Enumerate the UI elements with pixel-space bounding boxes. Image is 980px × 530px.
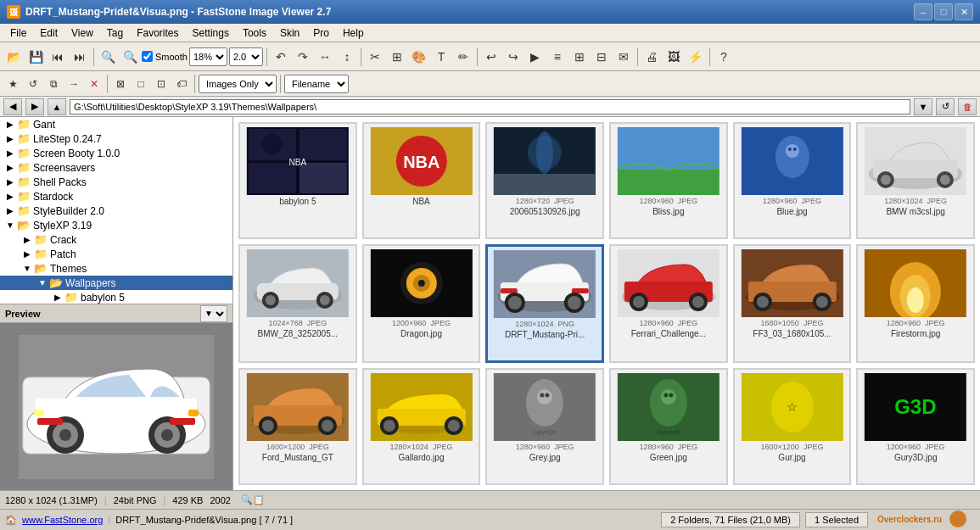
thumb-dragon[interactable]: 1200×960 JPEG Dragon.jpg <box>362 244 481 363</box>
addr-delete-button[interactable]: 🗑 <box>958 98 977 115</box>
expand-icon[interactable]: ▶ <box>51 293 64 302</box>
menu-view[interactable]: View <box>64 25 100 41</box>
close-button[interactable]: ✕ <box>955 3 973 20</box>
menu-settings[interactable]: Settings <box>186 25 236 41</box>
menu-pro[interactable]: Pro <box>306 25 336 41</box>
copy-button[interactable]: ⧉ <box>44 75 63 93</box>
open-button[interactable]: 📂 <box>3 47 24 67</box>
tree-item-stylexp[interactable]: ▼ 📂 StyleXP 3.19 <box>0 218 232 232</box>
thumb-green[interactable]: copyright 1280×960 JPEG Green.jpg <box>609 368 728 485</box>
address-input[interactable] <box>70 99 910 114</box>
minimize-button[interactable]: – <box>914 3 932 20</box>
preview-select[interactable]: ▼ <box>200 305 227 322</box>
grid-view-button[interactable]: ⊞ <box>569 47 590 67</box>
addr-back-button[interactable]: ◀ <box>3 98 22 115</box>
website-link[interactable]: www.FastStone.org <box>22 515 103 525</box>
thumb-bmwm3[interactable]: 1280×1024 JPEG BMW m3csl.jpg <box>856 122 975 239</box>
thumb-ferrari[interactable]: 1280×960 JPEG Ferrari_Challenge... <box>609 244 728 363</box>
help-button[interactable]: ? <box>714 47 734 67</box>
expand-icon[interactable]: ▶ <box>20 249 34 259</box>
text-button[interactable]: T <box>431 47 451 67</box>
next-button[interactable]: ⏭ <box>70 47 90 67</box>
menu-favorites[interactable]: Favorites <box>130 25 185 41</box>
tree-item-shellpacks[interactable]: ▶ 📁 Shell Packs <box>0 175 232 189</box>
batch-button[interactable]: ⚡ <box>686 47 706 67</box>
expand-icon[interactable]: ▶ <box>3 134 17 143</box>
tree-item-screensavers[interactable]: ▶ 📁 Screensavers <box>0 160 232 175</box>
flip-v-button[interactable]: ↕ <box>337 47 357 67</box>
wallpaper-button[interactable]: 🖼 <box>664 47 684 67</box>
flip-h-button[interactable]: ↔ <box>315 47 335 67</box>
zoom-out-button[interactable]: 🔍 <box>120 47 140 67</box>
tree-item-patch[interactable]: ▶ 📁 Patch <box>0 247 232 261</box>
expand-icon[interactable]: ▶ <box>3 163 17 172</box>
thumb-gury3d[interactable]: G3D 1200×960 JPEG Gury3D.jpg <box>856 368 975 485</box>
tree-item-stardock[interactable]: ▶ 📁 Stardock <box>0 189 232 204</box>
thumb-drft-mustang[interactable]: 1280×1024 PNG DRFT_Mustang-Pri... <box>485 244 604 363</box>
thumb-grey[interactable]: copyright 1280×960 JPEG Grey.jpg <box>485 368 604 485</box>
menu-file[interactable]: File <box>3 25 33 41</box>
print-button[interactable]: 🖨 <box>641 47 662 67</box>
menu-tools[interactable]: Tools <box>236 25 273 41</box>
sort-select[interactable]: Filename Date Size Type <box>284 75 349 93</box>
zoom-select[interactable]: 18% 25% 50% 100% <box>189 47 227 66</box>
expand-icon[interactable]: ▼ <box>36 278 49 287</box>
expand-icon[interactable]: ▶ <box>3 177 17 187</box>
tree-item-babylon5[interactable]: ▶ 📁 babylon 5 <box>0 290 232 304</box>
slideshow-button[interactable]: ▶ <box>525 47 546 67</box>
thumb-gallardo[interactable]: 1280×1024 JPEG Gallardo.jpg <box>362 368 481 485</box>
expand-icon[interactable]: ▼ <box>20 264 34 273</box>
tree-item-themes[interactable]: ▼ 📂 Themes <box>0 261 232 276</box>
list-view-button[interactable]: ≡ <box>547 47 568 67</box>
tree-item-litestep[interactable]: ▶ 📁 LiteStep 0.24.7 <box>0 131 232 146</box>
star-button[interactable]: ★ <box>3 75 22 93</box>
thumb-ff3[interactable]: 1680×1050 JPEG FF3_03_1680x105... <box>733 244 852 363</box>
rotate-left-button[interactable]: ↶ <box>271 47 291 67</box>
zoom-in-button[interactable]: 🔍 <box>98 47 118 67</box>
draw-button[interactable]: ✏ <box>453 47 473 67</box>
thumb-gur[interactable]: ☆ 1600×1200 JPEG Gur.jpg <box>733 368 852 485</box>
thumb-blue[interactable]: 1280×960 JPEG Blue.jpg <box>733 122 852 239</box>
crop-button[interactable]: ✂ <box>365 47 385 67</box>
addr-forward-button[interactable]: ▶ <box>25 98 44 115</box>
tree-item-wallpapers[interactable]: ▼ 📂 Wallpapers <box>0 276 232 290</box>
tree-item-gant[interactable]: ▶ 📁 Gant <box>0 117 232 131</box>
move-button[interactable]: → <box>64 75 83 93</box>
prev-button[interactable]: ⏮ <box>48 47 68 67</box>
addr-refresh-button[interactable]: ↺ <box>936 98 955 115</box>
tree-item-crack[interactable]: ▶ 📁 Crack <box>0 232 232 247</box>
filter-select[interactable]: Images Only All Files <box>199 75 277 93</box>
addr-go-button[interactable]: ▼ <box>914 98 932 115</box>
rotate-right-button[interactable]: ↷ <box>293 47 313 67</box>
thumb-ford-mustang[interactable]: 1600×1200 JPEG Ford_Mustang_GT <box>238 368 357 485</box>
maximize-button[interactable]: □ <box>934 3 953 20</box>
tree-item-stylebuilder[interactable]: ▶ 📁 StyleBuilder 2.0 <box>0 204 232 218</box>
expand-icon[interactable]: ▶ <box>20 235 34 244</box>
expand-icon[interactable]: ▶ <box>3 192 17 201</box>
email-button[interactable]: ✉ <box>613 47 634 67</box>
thumb-nba[interactable]: NBA NBA <box>362 122 481 239</box>
resize-button[interactable]: ⊞ <box>387 47 407 67</box>
refresh-button[interactable]: ↺ <box>24 75 42 93</box>
menu-tag[interactable]: Tag <box>100 25 130 41</box>
step-select[interactable]: 2.0 1.5 1.0 <box>229 47 263 66</box>
smooth-checkbox[interactable] <box>142 51 153 62</box>
invert-select-button[interactable]: ⊡ <box>152 75 171 93</box>
expand-icon[interactable]: ▼ <box>3 220 17 230</box>
tag-button[interactable]: 🏷 <box>172 75 191 93</box>
selected-tab[interactable]: 1 Selected <box>805 512 868 527</box>
thumb-bmwz8[interactable]: 1024×768 JPEG BMW_Z8_3252005... <box>238 244 357 363</box>
expand-icon[interactable]: ▶ <box>3 148 17 158</box>
save-button[interactable]: 💾 <box>25 47 46 67</box>
tree-item-screenbooty[interactable]: ▶ 📁 Screen Booty 1.0.0 <box>0 146 232 160</box>
deselect-button[interactable]: □ <box>132 75 150 93</box>
menu-help[interactable]: Help <box>336 25 371 41</box>
menu-edit[interactable]: Edit <box>33 25 64 41</box>
redo-button[interactable]: ↪ <box>503 47 524 67</box>
menu-skin[interactable]: Skin <box>273 25 306 41</box>
folders-tab[interactable]: 2 Folders, 71 Files (21,0 MB) <box>661 512 800 527</box>
addr-up-button[interactable]: ▲ <box>48 98 66 115</box>
compare-button[interactable]: ⊟ <box>591 47 612 67</box>
color-button[interactable]: 🎨 <box>409 47 429 67</box>
thumb-babylon5[interactable]: NBA babylon 5 <box>238 122 357 239</box>
